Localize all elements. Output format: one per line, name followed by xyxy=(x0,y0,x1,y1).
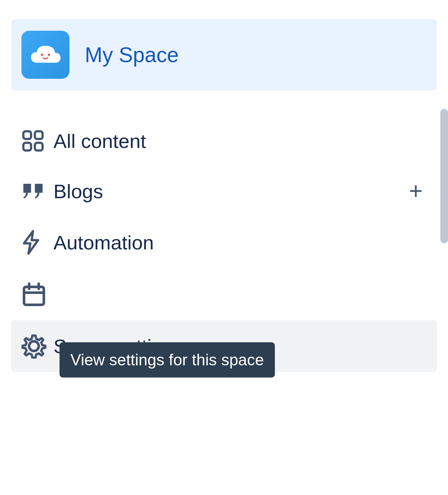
space-header[interactable]: My Space xyxy=(11,19,437,90)
nav-label: All content xyxy=(53,130,427,152)
nav-label: Blogs xyxy=(53,180,405,203)
sidebar-item-all-content[interactable]: All content xyxy=(11,116,437,166)
svg-rect-6 xyxy=(24,287,44,305)
space-title: My Space xyxy=(85,43,179,67)
tooltip: View settings for this space xyxy=(60,342,275,377)
svg-rect-2 xyxy=(23,131,31,139)
bolt-icon xyxy=(21,230,53,255)
svg-point-1 xyxy=(48,54,50,56)
space-avatar xyxy=(21,31,69,79)
scrollbar[interactable] xyxy=(440,109,448,243)
sidebar-item-blogs[interactable]: Blogs + xyxy=(11,166,437,216)
quote-icon xyxy=(21,182,53,200)
svg-rect-4 xyxy=(23,143,31,150)
svg-point-0 xyxy=(41,54,43,56)
add-blog-button[interactable]: + xyxy=(405,179,427,203)
sidebar-item-calendars[interactable] xyxy=(11,268,437,320)
grid-icon xyxy=(21,129,53,152)
svg-rect-5 xyxy=(35,143,43,150)
gear-icon xyxy=(21,334,53,359)
nav-label: Automation xyxy=(53,231,427,254)
cloud-icon xyxy=(28,42,63,68)
sidebar: My Space All content Blogs + xyxy=(0,0,448,495)
calendar-icon xyxy=(21,282,53,307)
nav-list: All content Blogs + Automation xyxy=(11,116,437,372)
sidebar-item-automation[interactable]: Automation xyxy=(11,216,437,268)
svg-rect-3 xyxy=(35,131,43,139)
